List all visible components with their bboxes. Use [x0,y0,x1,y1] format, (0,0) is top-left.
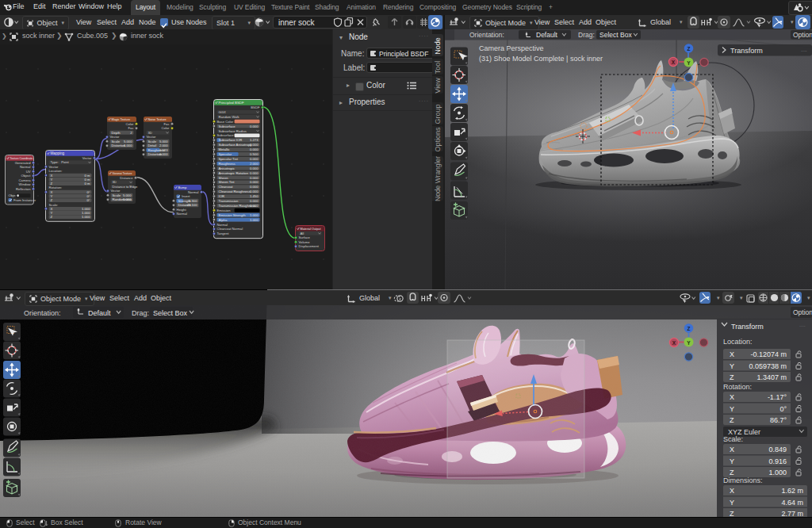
svg-text:Scale: Scale [112,140,121,143]
svg-text:5.000: 5.000 [124,140,132,143]
svg-text:Tangent: Tangent [217,231,230,235]
svg-text:Default: Default [88,309,111,317]
svg-text:Principled BSDF: Principled BSDF [219,101,245,105]
svg-text:X: X [730,393,734,401]
svg-text:Displacement: Displacement [299,244,320,248]
svg-text:X: X [730,487,734,495]
svg-text:4.64 m: 4.64 m [781,499,803,507]
svg-text:Random Walk: Random Walk [219,115,240,119]
svg-text:Z: Z [730,510,734,517]
svg-text:....: .... [799,322,806,327]
svg-text:Magic Texture: Magic Texture [112,118,131,121]
svg-text:Normal: Normal [177,212,188,216]
svg-text:Scale:: Scale: [49,203,59,207]
svg-text:Scale:: Scale: [723,435,743,443]
svg-text:0.000: 0.000 [250,124,259,128]
svg-text:0.000: 0.000 [250,180,259,184]
svg-text:1.000: 1.000 [250,218,259,222]
svg-text:Orientation:: Orientation: [469,31,504,39]
svg-text:Noise Texture: Noise Texture [148,118,167,121]
svg-text:0°: 0° [86,198,90,202]
svg-text:Reflection: Reflection [16,187,31,191]
svg-text:Bump: Bump [178,186,188,189]
svg-text:Location:: Location: [723,338,753,346]
svg-text:Sheen Tint: Sheen Tint [219,180,236,184]
svg-text:Camera: Camera [19,178,32,182]
svg-text:1.62 m: 1.62 m [781,487,803,495]
svg-text:Options: Options [793,31,812,39]
svg-text:Options: Options [793,308,812,316]
svg-text:Specular Tint: Specular Tint [219,157,239,161]
svg-text:Alpha: Alpha [219,218,228,222]
svg-text:0°: 0° [779,405,787,413]
svg-text:1.273: 1.273 [250,138,259,142]
svg-text:Window: Window [19,182,32,186]
svg-text:0.916: 0.916 [768,457,787,465]
svg-text:Metallic: Metallic [219,147,230,151]
svg-text:1.3407 m: 1.3407 m [756,373,787,381]
svg-text:0.000: 0.000 [250,185,259,189]
svg-text:Z: Z [51,215,53,219]
svg-text:Object: Object [21,174,31,178]
svg-text:Y: Y [730,405,734,413]
svg-text:Z: Z [730,373,734,381]
svg-text:0.000: 0.000 [250,204,259,208]
svg-text:3D: 3D [148,131,152,135]
svg-text:Clearcoat Normal: Clearcoat Normal [217,227,243,231]
svg-text:Base Color: Base Color [217,120,234,124]
svg-text:0.500: 0.500 [250,152,259,156]
svg-text:Y: Y [730,499,734,507]
svg-text:Z: Z [730,416,734,424]
svg-text:Rotation:: Rotation: [723,383,752,391]
svg-text:Y: Y [730,457,734,465]
svg-text:1.450: 1.450 [250,194,259,198]
svg-text:0.000: 0.000 [250,147,259,151]
svg-text:Z: Z [51,182,53,186]
svg-text:Subsurface Anisotropy: Subsurface Anisotropy [219,143,253,147]
svg-text:Y: Y [687,60,691,66]
svg-text:Scale: Scale [148,140,157,143]
svg-text:3D: 3D [113,180,117,184]
svg-text:Vector: Vector [147,135,156,139]
svg-text:Detail: Detail [148,143,157,147]
svg-text:IOR: IOR [219,194,224,198]
svg-text:BSDF: BSDF [251,105,260,109]
svg-text:-0.12074 m: -0.12074 m [750,350,787,358]
svg-text:1.000: 1.000 [123,197,132,201]
svg-text:Fac: Fac [128,126,134,130]
svg-text:Normal: Normal [188,190,199,194]
svg-text:Select Box: Select Box [153,309,188,317]
svg-text:Mapping: Mapping [51,151,65,155]
svg-text:-1.17°: -1.17° [768,393,787,401]
svg-text:Transform: Transform [731,323,764,331]
svg-text:Select Box: Select Box [599,31,632,39]
svg-text:Subsurface: Subsurface [219,124,236,128]
svg-text:0.000: 0.000 [250,189,259,193]
svg-text:49.100: 49.100 [187,203,197,207]
svg-text:Rotation:: Rotation: [49,186,63,189]
svg-text:All: All [301,231,304,235]
svg-text:Material Output: Material Output [301,228,322,231]
svg-text:X: X [730,350,734,358]
svg-text:Default: Default [536,31,558,39]
svg-text:Dimensions:: Dimensions: [723,476,763,484]
svg-text:Sheen: Sheen [219,176,229,180]
svg-text:Roughness: Roughness [219,162,236,166]
svg-text:Voronoi Texture: Voronoi Texture [113,172,132,175]
svg-text:Drag:: Drag: [132,309,149,317]
svg-text:Specular: Specular [219,152,232,156]
svg-text:Emission: Emission [217,209,232,212]
svg-text:5.000: 5.000 [123,193,132,197]
svg-text:Texture Coordinate: Texture Coordinate [10,157,33,160]
svg-text:Anisotropic Rotation: Anisotropic Rotation [219,171,249,175]
svg-text:Normal: Normal [217,223,228,227]
svg-text:0.000: 0.000 [250,199,259,203]
svg-text:Subsurface IOR: Subsurface IOR [219,138,243,142]
svg-text:UV: UV [26,170,31,174]
svg-text:From Instancer: From Instancer [13,198,36,202]
svg-text:Depth: Depth [112,131,121,135]
svg-text:0.059738 m: 0.059738 m [749,362,787,370]
svg-text:0.000: 0.000 [250,176,259,180]
svg-text:0.000: 0.000 [250,171,259,175]
svg-text:Vector: Vector [110,135,120,139]
